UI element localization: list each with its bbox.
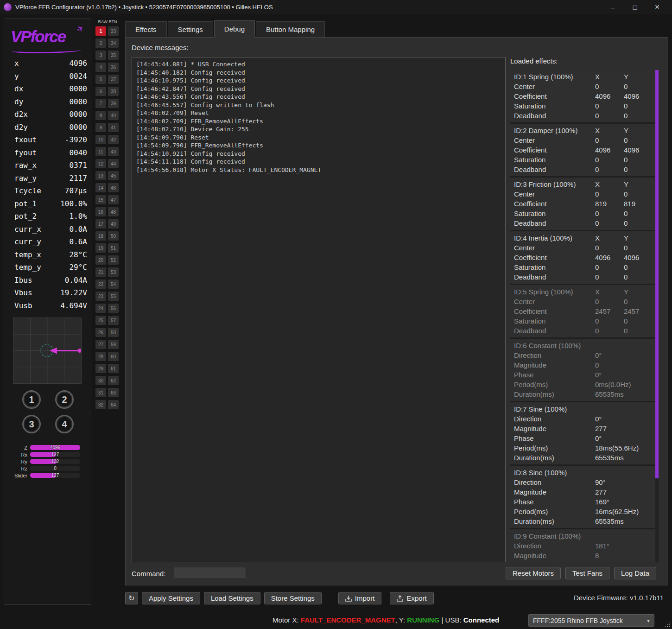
export-button-label: Export — [406, 594, 426, 602]
raw-button-48: 48 — [108, 207, 119, 216]
telemetry-value: 0024 — [69, 72, 87, 81]
tab-button-mapping[interactable]: Button Mapping — [256, 21, 325, 37]
effect-param-value: 0° — [595, 370, 624, 380]
effect-param-row: Period(ms)0ms(0.0Hz) — [514, 380, 655, 389]
telemetry-row-curr_x: curr_x0.0A — [4, 223, 91, 236]
effect-param-y-value: 0 — [624, 326, 655, 336]
device-messages-log[interactable]: [14:43:44.881] * USB Connected [14:45:40… — [132, 57, 506, 562]
raw-button-61: 61 — [108, 364, 119, 373]
store-settings-button[interactable]: Store Settings — [264, 592, 322, 604]
axis-bar: 4096 — [30, 445, 80, 450]
effects-scrollbar-track[interactable] — [655, 70, 659, 562]
effect-param-x-value: 0 — [595, 111, 624, 121]
effect-col-x — [595, 404, 624, 414]
test-fans-button[interactable]: Test Fans — [565, 567, 609, 579]
effect-col-x: X — [595, 179, 624, 189]
effect-param-label: Period(ms) — [514, 443, 595, 453]
device-selector-value: FFFF:2055 Rhino FFB Joystick — [533, 617, 623, 624]
telemetry-label: curr_y — [14, 237, 41, 246]
usb-status: Connected — [463, 616, 500, 624]
telemetry-value: 0.0A — [69, 225, 87, 234]
raw-button-25: 25 — [95, 316, 106, 325]
effect-card-header: ID:2 Damper (100%)XY — [514, 126, 655, 135]
tab-settings[interactable]: Settings — [168, 21, 213, 37]
effect-param-label: Center — [514, 297, 595, 306]
telemetry-row-y: y0024 — [4, 70, 91, 83]
effect-param-value: 0° — [595, 414, 624, 424]
effect-param-label: Center — [514, 135, 595, 145]
effect-param-y-value: 4096 — [624, 253, 655, 262]
telemetry-row-temp_x: temp_x28°C — [4, 248, 91, 261]
raw-button-41: 41 — [108, 123, 119, 132]
stick-button-indicator-4: 4 — [55, 415, 74, 433]
effect-param-row: Magnitude8 — [514, 551, 655, 560]
telemetry-value: 28°C — [69, 250, 87, 259]
raw-button-55: 55 — [108, 292, 119, 301]
effect-param-row: Center00 — [514, 189, 655, 199]
raw-button-14: 14 — [95, 183, 106, 192]
effect-param-row: Saturation00 — [514, 101, 655, 111]
effect-param-label: Magnitude — [514, 487, 595, 497]
effect-param-row: Saturation00 — [514, 155, 655, 165]
telemetry-row-raw_x: raw_x0371 — [4, 159, 91, 172]
refresh-icon: ↻ — [128, 594, 134, 603]
raw-button-29: 29 — [95, 364, 106, 373]
axis-label: Rx — [4, 452, 30, 457]
motor-status-text: Motor X: FAULT_ENCODER_MAGNET, Y: RUNNIN… — [273, 616, 499, 624]
import-icon — [345, 595, 352, 602]
effects-scrollbar-thumb[interactable] — [655, 70, 659, 478]
apply-settings-button[interactable]: Apply Settings — [142, 592, 200, 604]
log-data-button[interactable]: Log Data — [614, 567, 656, 579]
device-selector-dropdown[interactable]: FFFF:2055 Rhino FFB Joystick ▾ — [528, 614, 654, 627]
effect-param-label: Center — [514, 243, 595, 253]
effect-param-label: Saturation — [514, 316, 595, 326]
export-button[interactable]: Export — [390, 592, 433, 604]
axis-row-rz: Rz0 — [4, 465, 91, 472]
import-button[interactable]: Import — [338, 592, 382, 604]
raw-button-1: 1 — [95, 26, 106, 36]
effect-col-y — [624, 341, 655, 350]
tab-debug[interactable]: Debug — [214, 20, 255, 38]
effect-card-6: ID:6 Constant (100%)Direction0°Magnitude… — [510, 339, 655, 402]
telemetry-row-Vbus: Vbus19.22V — [4, 286, 91, 299]
effect-param-value: 0ms(0.0Hz) — [595, 380, 624, 389]
axis-value: 132 — [30, 459, 80, 464]
tab-effects[interactable]: Effects — [125, 21, 167, 37]
effect-param-y-value: 2457 — [624, 306, 655, 316]
effect-param-x-value: 0 — [595, 165, 624, 174]
effect-param-row: Phase0° — [514, 370, 655, 380]
effect-param-label: Phase — [514, 497, 595, 507]
resize-grip[interactable] — [664, 622, 670, 627]
load-settings-button[interactable]: Load Settings — [204, 592, 260, 604]
effect-col-x — [595, 531, 624, 541]
telemetry-label: temp_x — [14, 250, 41, 259]
maximize-button[interactable]: □ — [624, 0, 646, 14]
effect-param-label: Period(ms) — [514, 380, 595, 389]
close-button[interactable]: × — [646, 0, 668, 14]
effect-param-row: Center00 — [514, 82, 655, 91]
effect-param-value: 169° — [595, 497, 624, 507]
telemetry-label: dy — [14, 97, 23, 106]
minimize-button[interactable]: – — [602, 0, 624, 14]
effect-param-value: 65535ms — [595, 389, 624, 399]
effect-col-y — [624, 404, 655, 414]
effects-action-buttons: Reset Motors Test Fans Log Data — [506, 567, 656, 579]
telemetry-label: y — [14, 72, 19, 81]
reset-motors-button[interactable]: Reset Motors — [506, 567, 561, 579]
command-input[interactable] — [174, 567, 246, 579]
effect-param-row: Deadband00 — [514, 165, 655, 174]
effect-param-value: 277 — [595, 487, 624, 497]
effect-param-x-value: 0 — [595, 209, 624, 218]
telemetry-row-x: x4096 — [4, 57, 91, 70]
vpforce-logo: VPforce ✈ — [11, 27, 85, 58]
telemetry-value: 0.04A — [65, 276, 87, 285]
effect-param-x-value: 4096 — [595, 91, 624, 101]
raw-button-26: 26 — [95, 328, 106, 337]
import-button-label: Import — [355, 594, 375, 602]
telemetry-value: 1.0% — [69, 212, 87, 221]
effect-param-value: 0° — [595, 433, 624, 443]
effect-param-row: Direction181° — [514, 541, 655, 551]
effect-param-y-value: 4096 — [624, 145, 655, 155]
effect-param-y-value: 0 — [624, 82, 655, 91]
refresh-button[interactable]: ↻ — [125, 592, 138, 604]
